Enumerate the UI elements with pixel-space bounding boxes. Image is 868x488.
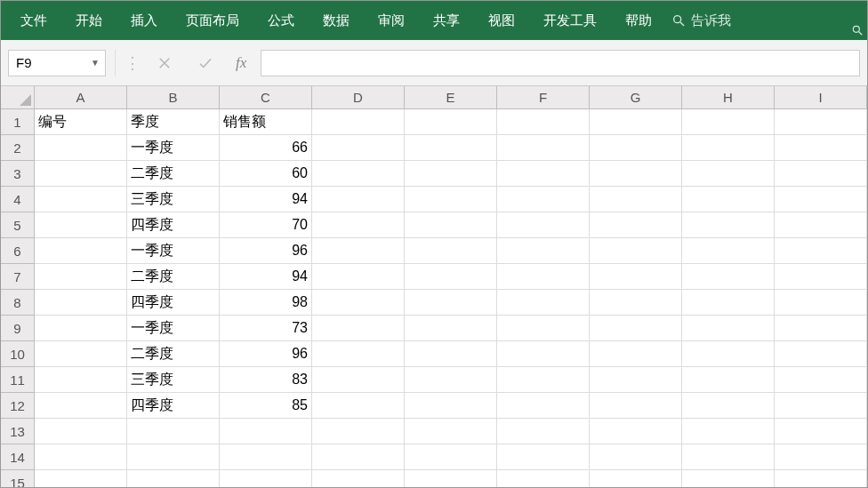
cell-D4[interactable] bbox=[312, 187, 405, 212]
chevron-down-icon[interactable]: ▼ bbox=[91, 58, 100, 68]
cell-A4[interactable] bbox=[35, 187, 127, 212]
name-box[interactable]: F9 ▼ bbox=[8, 50, 106, 76]
cell-F4[interactable] bbox=[497, 187, 590, 212]
cell-G14[interactable] bbox=[590, 444, 682, 470]
cell-D3[interactable] bbox=[312, 161, 405, 187]
cell-A10[interactable] bbox=[35, 341, 127, 367]
row-header-9[interactable]: 9 bbox=[1, 316, 34, 341]
cell-C6[interactable]: 96 bbox=[220, 238, 312, 264]
cell-A13[interactable] bbox=[35, 419, 127, 444]
cell-F10[interactable] bbox=[497, 341, 590, 367]
cell-I6[interactable] bbox=[775, 238, 867, 264]
cell-B12[interactable]: 四季度 bbox=[127, 393, 220, 419]
cell-D7[interactable] bbox=[312, 264, 405, 290]
ribbon-tab-2[interactable]: 插入 bbox=[117, 1, 172, 40]
cell-F7[interactable] bbox=[497, 264, 590, 290]
cell-E10[interactable] bbox=[405, 341, 497, 367]
ribbon-tab-10[interactable]: 帮助 bbox=[611, 1, 666, 40]
cell-A14[interactable] bbox=[35, 444, 127, 470]
cell-A12[interactable] bbox=[35, 393, 127, 419]
cell-A5[interactable] bbox=[35, 212, 127, 238]
cell-F6[interactable] bbox=[497, 238, 590, 264]
cell-H9[interactable] bbox=[682, 316, 775, 341]
tell-me-search[interactable]: 告诉我 bbox=[671, 12, 731, 29]
cell-F15[interactable] bbox=[497, 470, 590, 488]
cell-A15[interactable] bbox=[35, 470, 127, 488]
cells-area[interactable]: 编号季度销售额一季度66二季度60三季度94四季度70一季度96二季度94四季度… bbox=[35, 109, 867, 488]
select-all-corner[interactable] bbox=[1, 86, 35, 109]
cell-A2[interactable] bbox=[35, 135, 127, 161]
ribbon-tab-5[interactable]: 数据 bbox=[309, 1, 364, 40]
fx-button[interactable]: fx bbox=[230, 54, 252, 72]
cell-G5[interactable] bbox=[590, 212, 682, 238]
cell-H12[interactable] bbox=[682, 393, 775, 419]
cell-H3[interactable] bbox=[682, 161, 775, 187]
cell-E11[interactable] bbox=[405, 367, 497, 393]
cell-A7[interactable] bbox=[35, 264, 127, 290]
cell-I11[interactable] bbox=[775, 367, 867, 393]
cell-B3[interactable]: 二季度 bbox=[127, 161, 220, 187]
cell-I14[interactable] bbox=[775, 444, 867, 470]
cell-G10[interactable] bbox=[590, 341, 682, 367]
cell-C5[interactable]: 70 bbox=[220, 212, 312, 238]
cell-H8[interactable] bbox=[682, 290, 775, 316]
cell-A3[interactable] bbox=[35, 161, 127, 187]
cell-F1[interactable] bbox=[497, 109, 590, 135]
col-header-G[interactable]: G bbox=[590, 86, 682, 109]
row-header-7[interactable]: 7 bbox=[1, 264, 34, 290]
cell-D5[interactable] bbox=[312, 212, 405, 238]
col-header-D[interactable]: D bbox=[312, 86, 405, 109]
cell-C4[interactable]: 94 bbox=[220, 187, 312, 212]
cell-G1[interactable] bbox=[590, 109, 682, 135]
cell-I3[interactable] bbox=[775, 161, 867, 187]
col-header-A[interactable]: A bbox=[35, 86, 127, 109]
row-header-3[interactable]: 3 bbox=[1, 161, 34, 187]
cell-E1[interactable] bbox=[405, 109, 497, 135]
cell-C9[interactable]: 73 bbox=[220, 316, 312, 341]
ribbon-tab-1[interactable]: 开始 bbox=[61, 1, 117, 40]
cell-E5[interactable] bbox=[405, 212, 497, 238]
cell-E2[interactable] bbox=[405, 135, 497, 161]
cell-E3[interactable] bbox=[405, 161, 497, 187]
cell-E12[interactable] bbox=[405, 393, 497, 419]
ribbon-tab-4[interactable]: 公式 bbox=[253, 1, 309, 40]
formula-input[interactable] bbox=[261, 50, 860, 76]
cell-I5[interactable] bbox=[775, 212, 867, 238]
cell-D9[interactable] bbox=[312, 316, 405, 341]
cell-A11[interactable] bbox=[35, 367, 127, 393]
cell-G9[interactable] bbox=[590, 316, 682, 341]
cell-F11[interactable] bbox=[497, 367, 590, 393]
cell-A8[interactable] bbox=[35, 290, 127, 316]
cell-H10[interactable] bbox=[682, 341, 775, 367]
cell-G15[interactable] bbox=[590, 470, 682, 488]
cell-H13[interactable] bbox=[682, 419, 775, 444]
cell-H14[interactable] bbox=[682, 444, 775, 470]
cell-G4[interactable] bbox=[590, 187, 682, 212]
cell-C7[interactable]: 94 bbox=[220, 264, 312, 290]
cell-H6[interactable] bbox=[682, 238, 775, 264]
cell-G3[interactable] bbox=[590, 161, 682, 187]
row-header-12[interactable]: 12 bbox=[1, 393, 34, 419]
cell-B8[interactable]: 四季度 bbox=[127, 290, 220, 316]
cell-H7[interactable] bbox=[682, 264, 775, 290]
cell-F5[interactable] bbox=[497, 212, 590, 238]
cell-C1[interactable]: 销售额 bbox=[220, 109, 312, 135]
cell-D1[interactable] bbox=[312, 109, 405, 135]
cell-I2[interactable] bbox=[775, 135, 867, 161]
cell-C3[interactable]: 60 bbox=[220, 161, 312, 187]
cell-G13[interactable] bbox=[590, 419, 682, 444]
row-header-2[interactable]: 2 bbox=[1, 135, 34, 161]
cell-B10[interactable]: 二季度 bbox=[127, 341, 220, 367]
cell-I4[interactable] bbox=[775, 187, 867, 212]
cell-I15[interactable] bbox=[775, 470, 867, 488]
cell-E13[interactable] bbox=[405, 419, 497, 444]
cell-G7[interactable] bbox=[590, 264, 682, 290]
cell-E14[interactable] bbox=[405, 444, 497, 470]
cell-G8[interactable] bbox=[590, 290, 682, 316]
ribbon-tab-0[interactable]: 文件 bbox=[6, 1, 61, 40]
cell-E8[interactable] bbox=[405, 290, 497, 316]
cell-B1[interactable]: 季度 bbox=[127, 109, 220, 135]
cell-G11[interactable] bbox=[590, 367, 682, 393]
cell-A6[interactable] bbox=[35, 238, 127, 264]
cell-H11[interactable] bbox=[682, 367, 775, 393]
